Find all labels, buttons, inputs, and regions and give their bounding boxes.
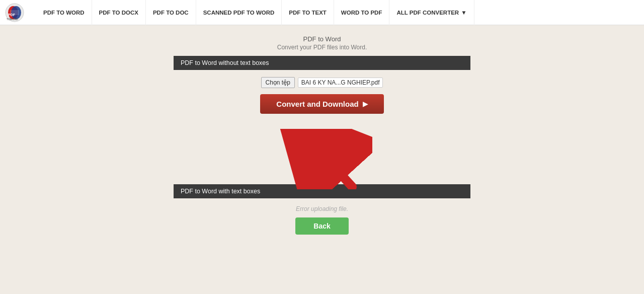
section-with-textboxes: PDF to Word with text boxes Error upload… <box>174 184 470 243</box>
choose-file-button[interactable]: Chọn tệp <box>261 77 295 88</box>
page-subtitle: Convert your PDF files into Word. <box>277 44 367 51</box>
file-name-display: BAI 6 KY NA...G NGHIEP.pdf <box>298 78 383 88</box>
arrow-annotation <box>174 129 470 184</box>
svg-text:TOWORD: TOWORD <box>7 18 18 21</box>
nav-item-pdf-to-text[interactable]: PDF TO TEXT <box>282 0 334 25</box>
file-input-row: Chọn tệp BAI 6 KY NA...G NGHIEP.pdf <box>261 77 383 88</box>
nav-item-pdf-to-docx[interactable]: PDF TO DOCX <box>92 0 146 25</box>
dropdown-arrow-icon: ▼ <box>461 10 466 16</box>
red-arrow-icon <box>272 129 372 189</box>
nav-item-all-pdf-converter[interactable]: ALL PDF CONVERTER ▼ <box>389 0 474 25</box>
nav-links: PDF TO WORD PDF TO DOCX PDF TO DOC SCANN… <box>36 0 639 25</box>
svg-text:PDF: PDF <box>8 13 16 17</box>
nav-item-word-to-pdf[interactable]: WORD TO PDF <box>334 0 390 25</box>
convert-download-button[interactable]: Convert and Download ▶ <box>260 94 383 114</box>
error-message: Error uploading file. <box>296 205 348 212</box>
nav-item-pdf-to-doc[interactable]: PDF TO DOC <box>146 0 196 25</box>
navbar: PDF TOWORD PDF TO WORD PDF TO DOCX PDF T… <box>0 0 644 25</box>
section1-header: PDF to Word without text boxes <box>174 56 470 70</box>
logo-icon: PDF TOWORD <box>5 3 24 22</box>
back-button[interactable]: Back <box>295 217 348 235</box>
convert-button-label: Convert and Download <box>276 100 358 108</box>
main-content: PDF to Word Convert your PDF files into … <box>0 25 644 265</box>
section2-body: Error uploading file. Back <box>174 198 470 243</box>
logo[interactable]: PDF TOWORD <box>5 3 26 22</box>
page-title: PDF to Word <box>303 35 341 43</box>
svg-line-7 <box>308 138 352 187</box>
section-without-textboxes: PDF to Word without text boxes Chọn tệp … <box>174 56 470 122</box>
convert-button-arrow-icon: ▶ <box>363 100 368 108</box>
nav-item-scanned-pdf-to-word[interactable]: SCANNED PDF TO WORD <box>196 0 282 25</box>
nav-item-pdf-to-word[interactable]: PDF TO WORD <box>36 0 92 25</box>
section1-body: Chọn tệp BAI 6 KY NA...G NGHIEP.pdf Conv… <box>174 70 470 122</box>
